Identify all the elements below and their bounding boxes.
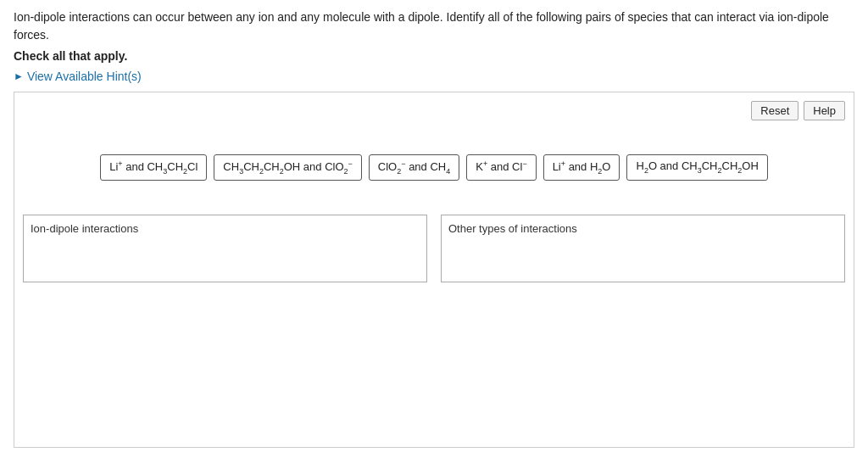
toolbar: Reset Help <box>23 101 845 120</box>
drop-zone-other-label: Other types of interactions <box>448 222 837 235</box>
choice-h2o-ch3ch2ch2oh[interactable]: H2O and CH3CH2CH2OH <box>626 154 767 181</box>
choice-ch3ch2ch2oh-clo2[interactable]: CH3CH2CH2OH and ClO2− <box>214 154 361 181</box>
main-content-box: Reset Help Li+ and CH3CH2Cl CH3CH2CH2OH … <box>14 92 854 448</box>
page-container: Ion-dipole interactions can occur betwee… <box>0 0 868 456</box>
drop-zones-container: Ion-dipole interactions Other types of i… <box>23 215 845 282</box>
choice-li-ch3ch2cl[interactable]: Li+ and CH3CH2Cl <box>100 154 207 181</box>
choices-area: Li+ and CH3CH2Cl CH3CH2CH2OH and ClO2− C… <box>23 129 845 198</box>
hint-link-label: View Available Hint(s) <box>27 70 142 83</box>
hint-arrow-icon: ► <box>14 70 24 82</box>
check-all-label: Check all that apply. <box>14 49 854 63</box>
choice-clo2-ch4[interactable]: ClO2− and CH4 <box>369 154 459 181</box>
choice-k-cl[interactable]: K+ and Cl− <box>466 154 536 181</box>
drop-zone-ion-dipole-label: Ion-dipole interactions <box>31 222 420 235</box>
question-text: Ion-dipole interactions can occur betwee… <box>14 8 854 44</box>
hint-link[interactable]: ► View Available Hint(s) <box>14 70 854 83</box>
help-button[interactable]: Help <box>804 101 845 120</box>
drop-zone-ion-dipole[interactable]: Ion-dipole interactions <box>23 215 427 282</box>
reset-button[interactable]: Reset <box>751 101 798 120</box>
drop-zone-other[interactable]: Other types of interactions <box>441 215 845 282</box>
choice-li-h2o[interactable]: Li+ and H2O <box>543 154 620 181</box>
